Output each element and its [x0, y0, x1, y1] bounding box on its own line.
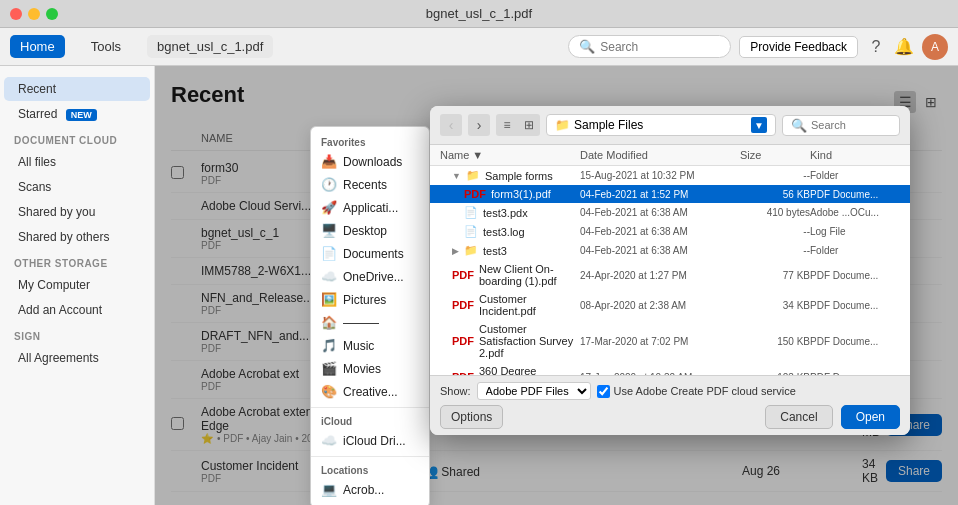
icloud-section-label: iCloud: [311, 412, 429, 429]
file-name: form3(1).pdf: [491, 188, 551, 200]
music-icon: 🎵: [321, 338, 337, 353]
fav-item-documents[interactable]: 📄Documents: [311, 242, 429, 265]
fav-label: Applicati...: [343, 201, 398, 215]
open-button[interactable]: Open: [841, 405, 900, 429]
file-kind: PDF Docume...: [810, 300, 900, 311]
search-input[interactable]: [600, 40, 720, 54]
fav-item-music[interactable]: 🎵Music: [311, 334, 429, 357]
favorites-panel: Favorites 📥Downloads 🕐Recents 🚀Applicati…: [310, 126, 430, 505]
dialog-buttons: Options Cancel Open: [440, 405, 900, 429]
documents-icon: 📄: [321, 246, 337, 261]
dialog-toolbar: ‹ › ≡ ⊞ 📁 Sample Files ▼ 🔍: [430, 106, 910, 145]
sidebar-item-starred[interactable]: Starred NEW: [4, 102, 150, 126]
window-controls[interactable]: [10, 8, 58, 20]
dialog-row[interactable]: PDF 360 Degree Feedback 2.pdf 17-Jan-202…: [430, 362, 910, 375]
expand-icon[interactable]: ▶: [452, 246, 459, 256]
fav-item-pictures[interactable]: 🖼️Pictures: [311, 288, 429, 311]
tools-tab[interactable]: Tools: [81, 35, 131, 58]
global-search[interactable]: 🔍: [568, 35, 731, 58]
expand-icon[interactable]: ▼: [452, 171, 461, 181]
fav-item-onedrive[interactable]: ☁️OneDrive...: [311, 265, 429, 288]
location-chevron-icon[interactable]: ▼: [751, 117, 767, 133]
close-btn[interactable]: [10, 8, 22, 20]
dialog-row[interactable]: PDF form3(1).pdf 04-Feb-2021 at 1:52 PM …: [430, 185, 910, 203]
folder-icon: 📁: [466, 169, 480, 182]
home-icon: 🏠: [321, 315, 337, 330]
file-date: 24-Apr-2020 at 1:27 PM: [580, 270, 740, 281]
sidebar-item-recent[interactable]: Recent: [4, 77, 150, 101]
file-tab[interactable]: bgnet_usl_c_1.pdf: [147, 35, 273, 58]
fav-label: Documents: [343, 247, 404, 261]
dialog-search[interactable]: 🔍: [782, 115, 900, 136]
grid-view-btn[interactable]: ⊞: [518, 114, 540, 136]
notifications-icon[interactable]: 🔔: [894, 37, 914, 57]
other-storage-section: OTHER STORAGE: [0, 250, 154, 272]
col-name-header: Name ▼: [440, 149, 580, 161]
sidebar-item-all-agreements[interactable]: All Agreements: [4, 346, 150, 370]
fav-label: Desktop: [343, 224, 387, 238]
window-title: bgnet_usl_c_1.pdf: [426, 6, 532, 21]
sidebar-item-my-computer[interactable]: My Computer: [4, 273, 150, 297]
dialog-row[interactable]: PDF Customer Satisfaction Survey 2.pdf 1…: [430, 320, 910, 362]
fav-label: ———: [343, 316, 379, 330]
sidebar-item-all-files[interactable]: All files: [4, 150, 150, 174]
options-button[interactable]: Options: [440, 405, 503, 429]
location-label: Sample Files: [574, 118, 747, 132]
fav-label: Recents: [343, 178, 387, 192]
fav-item-acrob[interactable]: 💻Acrob...: [311, 478, 429, 501]
help-icon[interactable]: ?: [866, 37, 886, 57]
location-bar[interactable]: 📁 Sample Files ▼: [546, 114, 776, 136]
dialog-row[interactable]: PDF Customer Incident.pdf 08-Apr-2020 at…: [430, 290, 910, 320]
col-size-header: Size: [740, 149, 810, 161]
dialog-row[interactable]: PDF New Client On-boarding (1).pdf 24-Ap…: [430, 260, 910, 290]
fav-label: Movies: [343, 362, 381, 376]
sidebar-item-shared-by-you[interactable]: Shared by you: [4, 200, 150, 224]
locations-section-label: Locations: [311, 461, 429, 478]
file-list: Name ▼ Date Modified Size Kind ▼ 📁 Sampl…: [430, 145, 910, 375]
feedback-button[interactable]: Provide Feedback: [739, 36, 858, 58]
file-date: 04-Feb-2021 at 6:38 AM: [580, 245, 740, 256]
sidebar-item-scans[interactable]: Scans: [4, 175, 150, 199]
list-view-btn[interactable]: ≡: [496, 114, 518, 136]
fav-item-downloads[interactable]: 📥Downloads: [311, 150, 429, 173]
search-icon: 🔍: [791, 118, 807, 133]
file-size: 56 KB: [740, 189, 810, 200]
fav-label: Acrob...: [343, 483, 384, 497]
fav-item-icloud[interactable]: ☁️iCloud Dri...: [311, 429, 429, 452]
minimize-btn[interactable]: [28, 8, 40, 20]
desktop-icon: 🖥️: [321, 223, 337, 238]
cloud-service-checkbox[interactable]: [597, 385, 610, 398]
file-kind: Log File: [810, 226, 900, 237]
starred-badge: NEW: [66, 109, 97, 121]
dialog-search-input[interactable]: [811, 119, 891, 131]
fav-item-movies[interactable]: 🎬Movies: [311, 357, 429, 380]
file-date: 04-Feb-2021 at 6:38 AM: [580, 207, 740, 218]
file-type-select[interactable]: Adobe PDF Files: [477, 382, 591, 400]
file-name: Customer Incident.pdf: [479, 293, 580, 317]
dialog-row[interactable]: 📄 test3.pdx 04-Feb-2021 at 6:38 AM 410 b…: [430, 203, 910, 222]
dialog-row[interactable]: ▶ 📁 test3 04-Feb-2021 at 6:38 AM -- Fold…: [430, 241, 910, 260]
file-name: Sample forms: [485, 170, 553, 182]
home-tab[interactable]: Home: [10, 35, 65, 58]
dialog-row[interactable]: 📄 test3.log 04-Feb-2021 at 6:38 AM -- Lo…: [430, 222, 910, 241]
file-name: test3: [483, 245, 507, 257]
fav-item-home[interactable]: 🏠———: [311, 311, 429, 334]
maximize-btn[interactable]: [46, 8, 58, 20]
titlebar: bgnet_usl_c_1.pdf: [0, 0, 958, 28]
fav-item-desktop[interactable]: 🖥️Desktop: [311, 219, 429, 242]
cancel-button[interactable]: Cancel: [765, 405, 832, 429]
back-button[interactable]: ‹: [440, 114, 462, 136]
fav-item-applications[interactable]: 🚀Applicati...: [311, 196, 429, 219]
file-kind: PDF Docume...: [810, 189, 900, 200]
fav-item-creative[interactable]: 🎨Creative...: [311, 380, 429, 403]
dialog-row[interactable]: ▼ 📁 Sample forms 15-Aug-2021 at 10:32 PM…: [430, 166, 910, 185]
fav-item-recents[interactable]: 🕐Recents: [311, 173, 429, 196]
avatar[interactable]: A: [922, 34, 948, 60]
divider: [311, 456, 429, 457]
file-icon: 📄: [464, 206, 478, 219]
sidebar-item-shared-by-others[interactable]: Shared by others: [4, 225, 150, 249]
cloud-service-label: Use Adobe Create PDF cloud service: [597, 385, 796, 398]
sidebar-item-add-account[interactable]: Add an Account: [4, 298, 150, 322]
fav-label: OneDrive...: [343, 270, 404, 284]
forward-button[interactable]: ›: [468, 114, 490, 136]
